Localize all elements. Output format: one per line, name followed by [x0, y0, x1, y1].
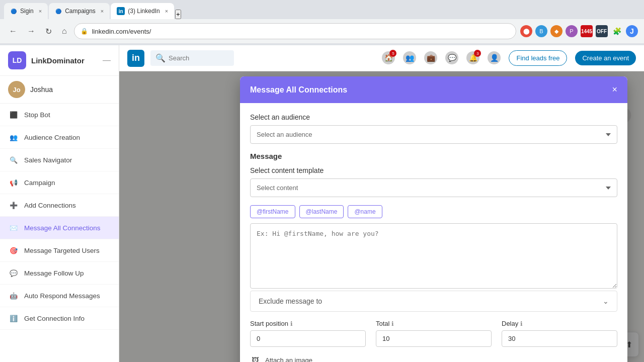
tab-close-campaigns[interactable]: ×: [101, 8, 104, 14]
sidebar-header: LD LinkDominator —: [0, 45, 119, 76]
start-position-input[interactable]: [250, 330, 366, 347]
sidebar-item-message-targeted-users[interactable]: 🎯 Message Targeted Users: [0, 239, 119, 262]
sidebar-item-auto-respond-messages-label: Auto Respond Messages: [24, 292, 100, 300]
tab-label-campaigns: Campaigns: [65, 8, 96, 15]
content-select[interactable]: Select content: [250, 178, 617, 197]
ext-icon-6[interactable]: OFF: [596, 25, 608, 37]
li-nav-icon-chat[interactable]: 💬: [445, 51, 458, 65]
exclude-label: Exclude message to: [259, 297, 322, 305]
refresh-button[interactable]: ↻: [42, 25, 55, 38]
sidebar-item-audience-creation-label: Audience Creation: [24, 134, 80, 141]
home-button[interactable]: ⌂: [59, 25, 70, 38]
create-event-button[interactable]: Create an event: [575, 51, 636, 65]
linkedin-logo: in: [127, 50, 144, 67]
delay-input[interactable]: [502, 330, 617, 347]
modal-message-all-connections: Message All Connections × Select an audi…: [240, 76, 627, 362]
tab-sigin[interactable]: 🔵 Sigin ×: [4, 3, 48, 19]
address-input[interactable]: [92, 28, 510, 35]
start-position-label: Start position ℹ: [250, 320, 366, 327]
ext-icon-4[interactable]: P: [566, 25, 578, 37]
sales-navigator-icon: 🔍: [8, 154, 19, 165]
modal-body: Select an audience Select an audience Me…: [240, 103, 627, 362]
attach-image-item[interactable]: 🖼 Attach an image: [250, 355, 617, 362]
linkedin-search[interactable]: 🔍: [150, 50, 234, 66]
browser-tabs: 🔵 Sigin × 🔵 Campaigns × in (3) LinkedIn …: [0, 0, 644, 19]
modal-close-button[interactable]: ×: [612, 84, 617, 95]
user-name-label: Joshua: [30, 85, 53, 94]
sidebar-item-campaign[interactable]: 📢 Campaign: [0, 171, 119, 194]
sidebar-item-add-connections[interactable]: ➕ Add Connections: [0, 194, 119, 217]
back-button[interactable]: ←: [6, 25, 20, 38]
sidebar-brand-label: LinkDominator: [31, 56, 85, 65]
tag-lastname-button[interactable]: @lastName: [299, 205, 344, 218]
ext-icon-2[interactable]: B: [535, 25, 547, 37]
sidebar-item-get-connection-info-label: Get Connection Info: [24, 315, 85, 322]
search-icon: 🔍: [155, 53, 166, 63]
tab-linkedin[interactable]: in (3) LinkedIn ×: [111, 3, 174, 19]
sidebar-nav: ⬛ Stop Bot 👥 Audience Creation 🔍 Sales N…: [0, 104, 119, 330]
delay-info-icon: ℹ: [520, 320, 523, 327]
tag-name-button[interactable]: @name: [348, 205, 382, 218]
tab-campaigns[interactable]: 🔵 Campaigns ×: [49, 3, 110, 19]
ext-icon-3[interactable]: ◆: [550, 25, 562, 37]
linkedin-body: N? Message All Connections × Select an a…: [119, 71, 644, 362]
main-area: in 🔍 🏠 5 👥: [119, 45, 644, 362]
tab-favicon-linkedin: in: [117, 7, 125, 15]
sidebar-item-campaign-label: Campaign: [24, 179, 55, 187]
audience-select-wrapper: Select an audience: [250, 125, 617, 144]
address-bar[interactable]: 🔒: [74, 23, 516, 39]
tag-firstname-button[interactable]: @firstName: [250, 205, 295, 218]
new-tab-button[interactable]: +: [175, 10, 181, 19]
sidebar-logo: LD: [8, 51, 26, 69]
sidebar-item-message-all-connections[interactable]: ✉️ Message All Connections: [0, 217, 119, 239]
audience-select[interactable]: Select an audience: [250, 125, 617, 144]
profile-icon[interactable]: J: [626, 25, 638, 37]
sidebar-item-audience-creation[interactable]: 👥 Audience Creation: [0, 126, 119, 149]
sidebar-item-add-connections-label: Add Connections: [24, 202, 76, 209]
security-icon: 🔒: [80, 28, 88, 35]
content-template-label: Select content template: [250, 166, 617, 174]
user-section: Jo Joshua: [0, 76, 119, 104]
total-field: Total ℹ: [376, 320, 492, 347]
toolbar-icons: ⬤ B ◆ P 1445 OFF 🧩 J: [520, 25, 638, 37]
stop-bot-icon: ⬛: [8, 109, 19, 120]
app-container: LD LinkDominator — Jo Joshua ⬛ Stop Bot …: [0, 45, 644, 362]
tab-label-sigin: Sigin: [20, 8, 34, 15]
ext-icon-1[interactable]: ⬤: [520, 25, 532, 37]
start-position-field: Start position ℹ: [250, 320, 366, 347]
total-label: Total ℹ: [376, 320, 492, 327]
attach-section: 🖼 Attach an image 📄 Attach a file: [250, 355, 617, 362]
sidebar-item-auto-respond-messages[interactable]: 🤖 Auto Respond Messages: [0, 285, 119, 307]
sidebar-item-get-connection-info[interactable]: ℹ️ Get Connection Info: [0, 307, 119, 330]
find-leads-button[interactable]: Find leads free: [509, 50, 567, 66]
message-section: Message Select content template Select c…: [250, 152, 617, 197]
li-nav-icon-briefcase[interactable]: 💼: [424, 51, 437, 65]
audience-creation-icon: 👥: [8, 132, 19, 143]
campaign-icon: 📢: [8, 177, 19, 188]
sidebar-item-message-all-connections-label: Message All Connections: [24, 224, 101, 232]
sidebar-collapse-button[interactable]: —: [103, 56, 111, 65]
content-select-wrapper: Select content: [250, 178, 617, 197]
modal-header: Message All Connections ×: [240, 76, 627, 103]
total-input[interactable]: [376, 330, 492, 347]
sidebar-item-message-follow-up[interactable]: 💬 Message Follow Up: [0, 262, 119, 285]
li-nav-icon-home[interactable]: 🏠 5: [382, 51, 395, 65]
ext-icon-5[interactable]: 1445: [581, 25, 593, 37]
search-input[interactable]: [169, 54, 229, 62]
li-nav-icon-notifications[interactable]: 🔔 3: [466, 51, 479, 65]
audience-label: Select an audience: [250, 113, 617, 121]
extensions-icon[interactable]: 🧩: [611, 25, 623, 37]
exclude-section[interactable]: Exclude message to ⌄: [250, 291, 617, 312]
li-nav-icon-profile[interactable]: 👤: [488, 51, 501, 65]
total-info-icon: ℹ: [391, 320, 394, 327]
tab-close-linkedin[interactable]: ×: [165, 8, 168, 14]
forward-button[interactable]: →: [24, 25, 38, 38]
attach-image-label: Attach an image: [265, 356, 312, 363]
message-textarea[interactable]: [250, 223, 617, 289]
sidebar-item-sales-navigator[interactable]: 🔍 Sales Navigator: [0, 149, 119, 171]
li-nav-icon-people[interactable]: 👥: [403, 51, 416, 65]
sidebar-item-stop-bot[interactable]: ⬛ Stop Bot: [0, 104, 119, 126]
tab-close-sigin[interactable]: ×: [39, 8, 42, 14]
modal-title: Message All Connections: [250, 85, 347, 95]
browser-toolbar: ← → ↻ ⌂ 🔒 ⬤ B ◆ P 1445 OFF 🧩 J: [0, 19, 644, 43]
